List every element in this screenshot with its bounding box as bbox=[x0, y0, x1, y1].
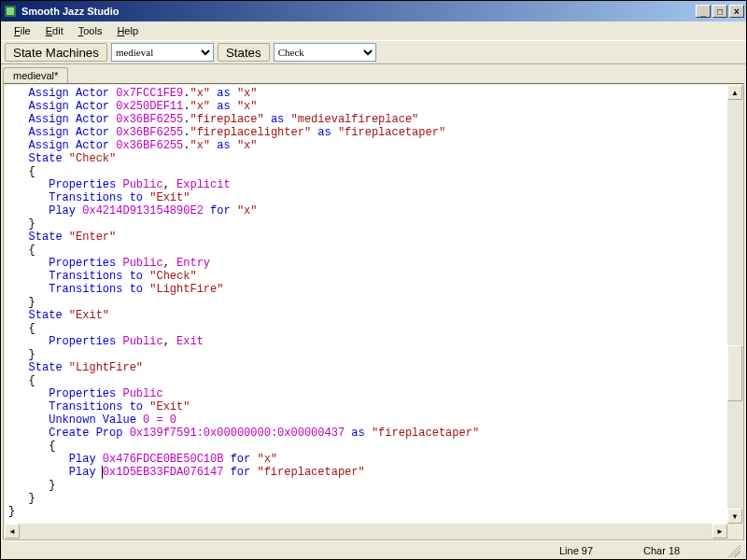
svg-rect-1 bbox=[7, 7, 14, 15]
scroll-right-icon[interactable]: ► bbox=[712, 524, 727, 539]
toolbar: State Machines medieval States Check bbox=[1, 40, 746, 64]
scroll-thumb[interactable] bbox=[727, 345, 742, 401]
window-title: Smooth Jazz Studio bbox=[21, 6, 120, 17]
status-bar: Line 97 Char 18 bbox=[1, 540, 746, 559]
states-button[interactable]: States bbox=[218, 43, 270, 62]
menu-help[interactable]: Help bbox=[109, 23, 146, 38]
horizontal-scrollbar[interactable]: ◄ ► bbox=[5, 524, 727, 539]
resize-grip-icon[interactable] bbox=[727, 544, 740, 557]
states-select[interactable]: Check bbox=[274, 43, 376, 62]
title-bar: Smooth Jazz Studio _ □ × bbox=[1, 1, 746, 21]
tab-strip: medieval* bbox=[1, 64, 746, 83]
app-icon bbox=[3, 4, 18, 19]
menu-file[interactable]: File bbox=[7, 23, 38, 38]
menu-edit[interactable]: Edit bbox=[38, 23, 71, 38]
close-button[interactable]: × bbox=[729, 5, 744, 18]
scroll-up-icon[interactable]: ▲ bbox=[727, 85, 742, 100]
status-line: Line 97 bbox=[559, 545, 615, 556]
vertical-scrollbar[interactable]: ▲ ▼ bbox=[727, 85, 742, 524]
tab-medieval[interactable]: medieval* bbox=[3, 67, 68, 84]
state-machines-button[interactable]: State Machines bbox=[5, 43, 107, 62]
maximize-button[interactable]: □ bbox=[712, 5, 727, 18]
menu-tools[interactable]: Tools bbox=[71, 23, 110, 38]
scroll-down-icon[interactable]: ▼ bbox=[727, 509, 742, 524]
scroll-left-icon[interactable]: ◄ bbox=[5, 524, 20, 539]
editor-frame: Assign Actor 0x7FCC1FE9."x" as "x" Assig… bbox=[3, 83, 744, 540]
state-machines-select[interactable]: medieval bbox=[111, 43, 214, 62]
code-editor[interactable]: Assign Actor 0x7FCC1FE9."x" as "x" Assig… bbox=[5, 85, 727, 539]
minimize-button[interactable]: _ bbox=[696, 5, 711, 18]
menu-bar: File Edit Tools Help bbox=[1, 21, 746, 40]
status-char: Char 18 bbox=[643, 545, 699, 556]
